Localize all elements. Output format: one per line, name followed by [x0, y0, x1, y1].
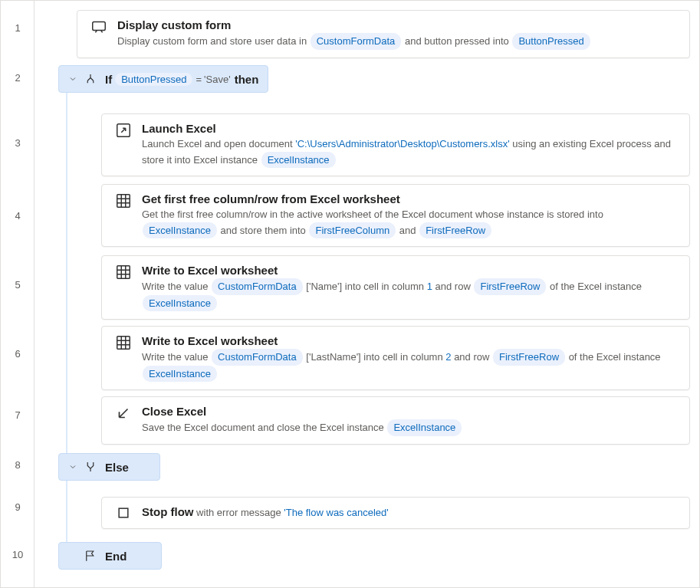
action-title: Close Excel	[142, 405, 679, 418]
close-arrow-icon	[113, 405, 134, 422]
svg-rect-2	[117, 195, 130, 208]
else-keyword: Else	[105, 461, 129, 474]
var-customformdata[interactable]: CustomFormData	[311, 33, 402, 50]
action-title: Launch Excel	[142, 122, 679, 135]
var-excelinstance[interactable]: ExcelInstance	[387, 419, 462, 436]
else-branch-icon	[84, 460, 97, 474]
line-number: 10	[1, 548, 35, 560]
end-keyword: End	[105, 550, 127, 563]
error-message: 'The flow was canceled'	[284, 507, 388, 518]
svg-rect-3	[117, 266, 130, 279]
svg-rect-4	[117, 337, 130, 350]
line-number: 6	[1, 347, 35, 360]
line-number: 3	[1, 136, 35, 149]
action-title: Display custom form	[117, 18, 679, 31]
line-number: 9	[1, 501, 35, 513]
excel-icon	[113, 192, 134, 209]
line-number: 8	[1, 458, 35, 471]
action-description: Write the value CustomFormData ['LastNam…	[142, 349, 679, 382]
action-description: Save the Excel document and close the Ex…	[142, 419, 679, 436]
action-write-excel-lastname[interactable]: Write to Excel worksheet Write the value…	[101, 326, 690, 390]
excel-icon	[113, 334, 134, 351]
action-launch-excel[interactable]: Launch Excel Launch Excel and open docum…	[101, 113, 690, 176]
line-number: 5	[1, 278, 35, 291]
action-close-excel[interactable]: Close Excel Save the Excel document and …	[101, 396, 690, 445]
action-stop-flow[interactable]: Stop flow with error message 'The flow w…	[101, 497, 690, 529]
file-path: 'C:\Users\Administrator\Desktop\Customer…	[295, 138, 509, 149]
expand-chevron-icon[interactable]	[68, 74, 77, 84]
condition-else[interactable]: Else	[58, 453, 160, 481]
action-description: Get the first free column/row in the act…	[142, 207, 679, 238]
svg-rect-5	[119, 508, 128, 517]
launch-icon	[113, 122, 134, 139]
action-display-custom-form[interactable]: Display custom form Display custom form …	[77, 10, 690, 58]
var-excelinstance[interactable]: ExcelInstance	[261, 152, 336, 169]
var-buttonpressed[interactable]: ButtonPressed	[115, 73, 192, 86]
var-customformdata[interactable]: CustomFormData	[212, 278, 303, 295]
condition-if[interactable]: If ButtonPressed = 'Save' then	[58, 65, 268, 93]
svg-rect-0	[93, 22, 106, 31]
var-excelinstance[interactable]: ExcelInstance	[143, 222, 217, 239]
var-firstfreecolumn[interactable]: FirstFreeColumn	[309, 222, 396, 239]
action-get-free-row[interactable]: Get first free column/row from Excel wor…	[101, 184, 690, 247]
var-customformdata[interactable]: CustomFormData	[212, 349, 303, 366]
action-title: Write to Excel worksheet	[142, 334, 679, 347]
action-description: with error message 'The flow was cancele…	[194, 507, 389, 518]
expand-chevron-icon[interactable]	[68, 462, 77, 471]
action-description: Launch Excel and open document 'C:\Users…	[142, 136, 679, 168]
var-excelinstance[interactable]: ExcelInstance	[143, 295, 217, 312]
stop-icon	[113, 505, 134, 521]
branch-icon	[84, 72, 97, 86]
line-number: 7	[1, 409, 35, 421]
if-keyword: If	[105, 73, 112, 86]
flow-connector-line	[66, 85, 67, 556]
line-number: 1	[1, 21, 35, 34]
action-description: Display custom form and store user data …	[117, 33, 679, 50]
line-number: 4	[1, 209, 35, 222]
action-write-excel-name[interactable]: Write to Excel worksheet Write the value…	[101, 255, 690, 320]
form-icon	[88, 18, 110, 35]
var-firstfreerow[interactable]: FirstFreeRow	[474, 278, 546, 295]
excel-icon	[113, 264, 134, 281]
var-excelinstance[interactable]: ExcelInstance	[143, 366, 217, 383]
line-number: 2	[1, 71, 35, 84]
action-title: Stop flow	[142, 505, 194, 518]
action-title: Get first free column/row from Excel wor…	[142, 192, 679, 205]
then-keyword: then	[235, 73, 259, 86]
flag-icon	[84, 549, 97, 563]
action-description: Write the value CustomFormData ['Name'] …	[142, 278, 679, 311]
var-firstfreerow[interactable]: FirstFreeRow	[493, 349, 565, 366]
var-buttonpressed[interactable]: ButtonPressed	[512, 33, 590, 50]
action-title: Write to Excel worksheet	[142, 264, 679, 277]
var-firstfreerow[interactable]: FirstFreeRow	[419, 222, 491, 239]
condition-end[interactable]: End	[58, 542, 162, 570]
